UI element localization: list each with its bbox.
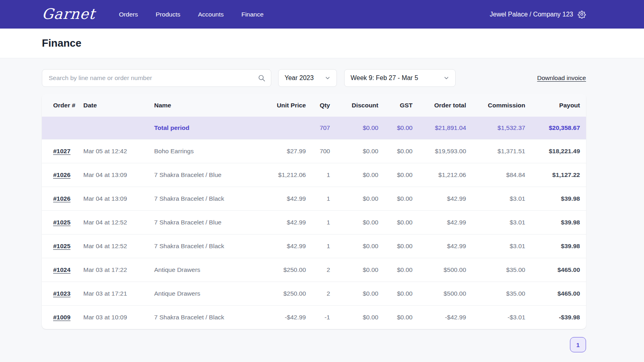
order-cell: #1026 bbox=[42, 187, 83, 210]
order-cell: #1023 bbox=[42, 282, 83, 305]
order-number-link[interactable]: #1026 bbox=[53, 171, 70, 178]
column-header-payout: Payout bbox=[525, 94, 586, 117]
account-area: Jewel Palace / Company 123 bbox=[490, 10, 586, 19]
filters-toolbar: Year 2023 Week 9: Feb 27 - Mar 5 Downloa… bbox=[42, 69, 586, 87]
order-total-cell: $1,212.06 bbox=[413, 163, 466, 187]
order-number-link[interactable]: #1023 bbox=[53, 290, 70, 297]
commission-cell: $3.01 bbox=[466, 187, 525, 210]
date-cell: Mar 04 at 12:52 bbox=[83, 210, 154, 234]
date-cell: Mar 04 at 13:09 bbox=[83, 187, 154, 210]
search-input[interactable] bbox=[42, 69, 271, 87]
unit-price-cell: $42.99 bbox=[255, 187, 306, 210]
unit-price-cell: -$42.99 bbox=[255, 305, 306, 329]
total-order-cell bbox=[42, 117, 83, 139]
unit-price-cell: $42.99 bbox=[255, 234, 306, 258]
discount-cell: $0.00 bbox=[330, 234, 378, 258]
chevron-down-icon bbox=[324, 75, 331, 81]
qty-cell: 1 bbox=[306, 234, 330, 258]
order-cell: #1024 bbox=[42, 258, 83, 282]
order-total-cell: -$42.99 bbox=[413, 305, 466, 329]
pagination: 1 bbox=[42, 337, 586, 352]
name-cell: Antique Drawers bbox=[154, 258, 255, 282]
discount-cell: $0.00 bbox=[330, 210, 378, 234]
commission-cell: $3.01 bbox=[466, 210, 525, 234]
commission-cell: $35.00 bbox=[466, 282, 525, 305]
table-row: #1027Mar 05 at 12:42Boho Earrings$27.997… bbox=[42, 139, 586, 163]
name-cell: 7 Shakra Bracelet / Black bbox=[154, 234, 255, 258]
order-number-link[interactable]: #1009 bbox=[53, 314, 70, 321]
unit-price-cell: $42.99 bbox=[255, 210, 306, 234]
order-number-link[interactable]: #1026 bbox=[53, 195, 70, 202]
top-nav-bar: Garnet Orders Products Accounts Finance … bbox=[0, 0, 644, 29]
discount-cell: $0.00 bbox=[330, 305, 378, 329]
order-cell: #1025 bbox=[42, 234, 83, 258]
qty-cell: 700 bbox=[306, 139, 330, 163]
commission-cell: $1,371.51 bbox=[466, 139, 525, 163]
commission-cell: $35.00 bbox=[466, 258, 525, 282]
discount-cell: $0.00 bbox=[330, 187, 378, 210]
order-total-cell: $500.00 bbox=[413, 282, 466, 305]
order-cell: #1026 bbox=[42, 163, 83, 187]
order-number-link[interactable]: #1027 bbox=[53, 148, 70, 154]
total-gst-cell: $0.00 bbox=[378, 117, 413, 139]
qty-cell: 2 bbox=[306, 282, 330, 305]
nav-item-accounts[interactable]: Accounts bbox=[198, 11, 224, 18]
payout-cell: -$39.98 bbox=[525, 305, 586, 329]
column-header-order_total: Order total bbox=[413, 94, 466, 117]
date-cell: Mar 05 at 12:42 bbox=[83, 139, 154, 163]
account-switcher[interactable]: Jewel Palace / Company 123 bbox=[490, 11, 573, 18]
order-total-cell: $42.99 bbox=[413, 234, 466, 258]
gear-icon[interactable] bbox=[578, 10, 586, 19]
total-period-row: Total period707$0.00$0.00$21,891.04$1,53… bbox=[42, 117, 586, 139]
nav-item-orders[interactable]: Orders bbox=[119, 11, 138, 18]
brand-logo[interactable]: Garnet bbox=[41, 7, 96, 21]
nav-item-finance[interactable]: Finance bbox=[242, 11, 264, 18]
table-row: #1025Mar 04 at 12:527 Shakra Bracelet / … bbox=[42, 234, 586, 258]
total-discount-cell: $0.00 bbox=[330, 117, 378, 139]
total-commission-cell: $1,532.37 bbox=[466, 117, 525, 139]
payout-cell: $18,221.49 bbox=[525, 139, 586, 163]
qty-cell: 1 bbox=[306, 163, 330, 187]
search-icon[interactable] bbox=[258, 74, 266, 82]
order-total-cell: $500.00 bbox=[413, 258, 466, 282]
total-unit_price-cell bbox=[255, 117, 306, 139]
gst-cell: $0.00 bbox=[378, 305, 413, 329]
order-number-link[interactable]: #1024 bbox=[53, 266, 70, 273]
qty-cell: 1 bbox=[306, 187, 330, 210]
year-select-value: Year 2023 bbox=[285, 74, 314, 82]
order-total-cell: $19,593.00 bbox=[413, 139, 466, 163]
nav-item-products[interactable]: Products bbox=[156, 11, 180, 18]
date-cell: Mar 04 at 12:52 bbox=[83, 234, 154, 258]
download-invoice-link[interactable]: Download invoice bbox=[537, 74, 586, 82]
week-select[interactable]: Week 9: Feb 27 - Mar 5 bbox=[344, 69, 456, 87]
table-header: Order #DateNameUnit PriceQtyDiscountGSTO… bbox=[42, 94, 586, 117]
qty-cell: -1 bbox=[306, 305, 330, 329]
payout-cell: $465.00 bbox=[525, 258, 586, 282]
order-number-link[interactable]: #1025 bbox=[53, 243, 70, 249]
gst-cell: $0.00 bbox=[378, 210, 413, 234]
unit-price-cell: $27.99 bbox=[255, 139, 306, 163]
gst-cell: $0.00 bbox=[378, 187, 413, 210]
total-period-label: Total period bbox=[154, 117, 255, 139]
page-1-button[interactable]: 1 bbox=[570, 337, 586, 352]
gst-cell: $0.00 bbox=[378, 139, 413, 163]
table-body: Total period707$0.00$0.00$21,891.04$1,53… bbox=[42, 117, 586, 329]
gst-cell: $0.00 bbox=[378, 234, 413, 258]
name-cell: 7 Shakra Bracelet / Blue bbox=[154, 163, 255, 187]
qty-cell: 1 bbox=[306, 210, 330, 234]
order-number-link[interactable]: #1025 bbox=[53, 219, 70, 226]
gst-cell: $0.00 bbox=[378, 282, 413, 305]
order-total-cell: $42.99 bbox=[413, 187, 466, 210]
payout-cell: $39.98 bbox=[525, 234, 586, 258]
chevron-down-icon bbox=[443, 75, 450, 81]
name-cell: 7 Shakra Bracelet / Black bbox=[154, 187, 255, 210]
total-order_total-cell: $21,891.04 bbox=[413, 117, 466, 139]
column-header-qty: Qty bbox=[306, 94, 330, 117]
total-date-cell bbox=[83, 117, 154, 139]
year-select[interactable]: Year 2023 bbox=[278, 69, 337, 87]
main-nav: Orders Products Accounts Finance bbox=[119, 11, 263, 18]
date-cell: Mar 03 at 17:21 bbox=[83, 282, 154, 305]
payout-cell: $1,127.22 bbox=[525, 163, 586, 187]
commission-cell: $3.01 bbox=[466, 234, 525, 258]
commission-cell: -$3.01 bbox=[466, 305, 525, 329]
